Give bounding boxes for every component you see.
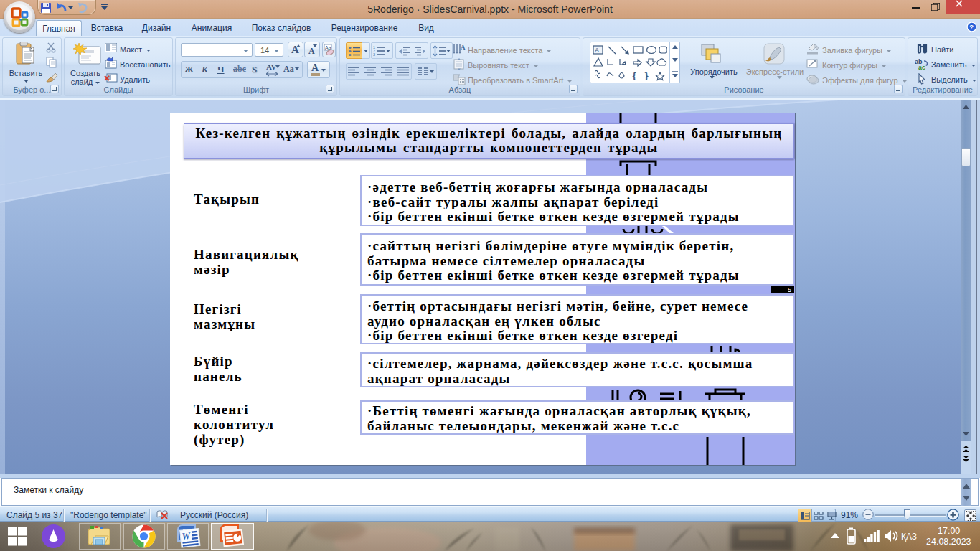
svg-text:ac: ac	[918, 64, 925, 70]
svg-text:A: A	[461, 44, 466, 51]
svg-text:3: 3	[373, 52, 375, 57]
svg-text:?: ?	[969, 23, 974, 31]
svg-text:{: {	[632, 70, 636, 81]
svg-text:A: A	[595, 47, 599, 54]
svg-text:Aa: Aa	[325, 45, 331, 50]
svg-text:}: }	[644, 70, 649, 81]
